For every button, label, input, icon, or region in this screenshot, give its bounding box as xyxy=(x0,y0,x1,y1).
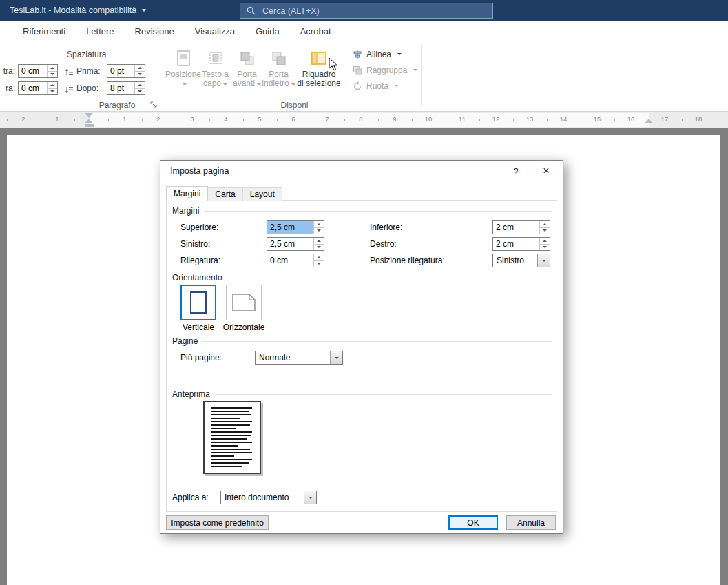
ruler-tick xyxy=(581,119,581,121)
send-backward-button[interactable]: Porta indietro xyxy=(262,45,295,106)
ruler-tick xyxy=(209,119,210,121)
preview-page xyxy=(203,401,261,474)
field-destro-spinner[interactable] xyxy=(539,238,550,250)
align-icon xyxy=(353,50,362,59)
spacing-after-field[interactable]: 8 pt xyxy=(107,81,145,95)
ruler-tick xyxy=(243,119,244,121)
bring-forward-button[interactable]: Porta avanti xyxy=(232,45,262,106)
indent-left-value: 0 cm xyxy=(19,65,47,77)
right-indent-marker[interactable] xyxy=(645,119,653,123)
ruler-tick xyxy=(513,119,514,121)
chevron-down-icon xyxy=(413,69,417,71)
indent-left-field[interactable]: 0 cm xyxy=(18,64,58,78)
spin-up-icon xyxy=(48,82,57,88)
dropdown-arrow-icon[interactable] xyxy=(330,351,342,364)
spin-up-icon xyxy=(314,221,324,227)
orientation-orizzontale[interactable] xyxy=(226,285,262,320)
wrap-text-button[interactable]: Testo a capo xyxy=(198,45,232,106)
preview-text-line xyxy=(211,411,249,412)
indent-right-spinner[interactable] xyxy=(47,82,57,94)
ruler-number: 7 xyxy=(325,115,329,123)
field-inferiore[interactable]: 2 cm xyxy=(492,220,550,234)
field-superiore[interactable]: 2,5 cm xyxy=(267,220,324,234)
field-inferiore-spinner[interactable] xyxy=(539,221,550,234)
spin-down-icon xyxy=(48,88,57,95)
ruler-number: 10 xyxy=(425,115,433,123)
ribbon-tab-revisione[interactable]: Revisione xyxy=(125,21,185,43)
ruler-tick xyxy=(614,119,615,121)
rotate-button[interactable]: Ruota xyxy=(353,81,417,92)
preview-text-line xyxy=(211,466,242,467)
dropdown-arrow-icon[interactable] xyxy=(304,491,316,504)
ruler-number: 3 xyxy=(190,115,194,123)
field-sinistro[interactable]: 2,5 cm xyxy=(267,237,324,251)
field-rilegatura[interactable]: 0 cm xyxy=(267,254,324,267)
ribbon-tab-visualizza[interactable]: Visualizza xyxy=(185,21,245,43)
chevron-down-icon xyxy=(397,53,402,55)
first-line-indent-marker[interactable] xyxy=(85,113,93,118)
ruler-number: 2 xyxy=(156,115,160,123)
selection-pane-button[interactable]: Riquadro di selezione xyxy=(295,45,342,106)
spacing-before-field[interactable]: 0 pt xyxy=(107,64,145,78)
spacing-after-spinner[interactable] xyxy=(134,82,145,94)
tab-carta[interactable]: Carta xyxy=(208,187,242,201)
label-inferiore: Inferiore: xyxy=(370,220,402,234)
set-default-button[interactable]: Imposta come predefinito xyxy=(166,515,269,530)
tab-margini[interactable]: Margini xyxy=(166,186,208,201)
align-button[interactable]: Allinea xyxy=(353,49,417,60)
ruler[interactable]: 21123456789101112131415161718 xyxy=(0,112,728,128)
field-destro[interactable]: 2 cm xyxy=(492,237,550,251)
left-indent-marker[interactable] xyxy=(85,124,94,127)
spacing-before-spinner[interactable] xyxy=(134,65,145,77)
ribbon-tab-acrobat[interactable]: Acrobat xyxy=(290,21,342,43)
field-rilegatura-spinner[interactable] xyxy=(313,254,324,267)
ribbon-tab-lettere[interactable]: Lettere xyxy=(76,21,124,43)
tab-layout[interactable]: Layout xyxy=(243,187,282,201)
group-icon xyxy=(353,65,362,75)
hanging-indent-marker[interactable] xyxy=(85,119,93,123)
ruler-number: 6 xyxy=(291,115,295,123)
ruler-number: 9 xyxy=(393,115,396,123)
dropdown-applica-a[interactable]: Intero documento xyxy=(220,491,317,504)
spacing-before-value: 0 pt xyxy=(107,65,134,77)
ribbon-tab-guida[interactable]: Guida xyxy=(245,21,290,43)
indent-left-spinner[interactable] xyxy=(47,65,57,77)
preview-text-line xyxy=(211,421,252,422)
orientation-verticale-label: Verticale xyxy=(183,322,214,332)
cancel-button[interactable]: Annulla xyxy=(506,515,556,530)
group-separator xyxy=(421,45,422,106)
dropdown-posizione-rilegatura[interactable]: Sinistro xyxy=(492,254,550,267)
ruler-tick xyxy=(108,119,109,121)
dropdown-piu-pagine[interactable]: Normale xyxy=(255,351,343,365)
wrap-text-icon xyxy=(207,49,224,68)
section-orientamento: Orientamento xyxy=(172,273,552,283)
label-piu-pagine: Più pagine: xyxy=(180,351,222,365)
close-button[interactable]: × xyxy=(535,161,557,181)
field-superiore-spinner[interactable] xyxy=(313,221,324,234)
indent-right-field[interactable]: 0 cm xyxy=(18,81,58,95)
search-input[interactable] xyxy=(261,6,436,17)
dropdown-arrow-icon[interactable] xyxy=(537,254,550,267)
ok-button[interactable]: OK xyxy=(448,515,498,530)
dialog-title-bar[interactable]: Imposta pagina ? × xyxy=(160,161,563,181)
group-button[interactable]: Raggruppa xyxy=(353,65,417,76)
chevron-down-icon xyxy=(183,83,187,85)
ribbon-tab-riferimenti[interactable]: Riferimenti xyxy=(12,21,76,43)
label-posizione-rilegatura: Posizione rilegatura: xyxy=(370,254,445,267)
ruler-number: 4 xyxy=(224,115,227,123)
document-title[interactable]: TesiLab.it - Modalità compatibilità xyxy=(10,0,146,21)
help-button[interactable]: ? xyxy=(507,161,525,181)
orientation-verticale[interactable] xyxy=(180,285,216,320)
position-button[interactable]: Posizione xyxy=(168,45,198,106)
spin-down-icon xyxy=(540,244,550,251)
spacing-before-icon xyxy=(65,67,74,79)
spacing-before-label: Prima: xyxy=(76,64,101,78)
arrange-side-buttons: Allinea Raggruppa Ruota xyxy=(353,49,417,96)
ruler-tick xyxy=(142,119,143,121)
spin-down-icon xyxy=(314,244,324,251)
ruler-tick xyxy=(176,119,176,121)
search-box[interactable] xyxy=(240,3,493,19)
field-sinistro-spinner[interactable] xyxy=(313,238,324,250)
preview-text-line xyxy=(211,442,252,443)
paragraph-dialog-launcher[interactable] xyxy=(149,100,158,110)
